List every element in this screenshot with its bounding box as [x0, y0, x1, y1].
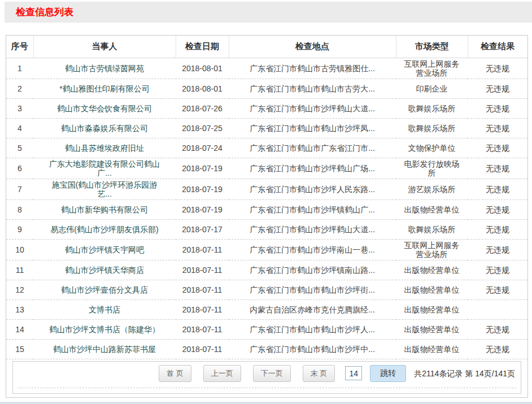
row-index: 8	[6, 199, 33, 219]
party-link[interactable]: 鹤山市沙坪壹佰分文具店	[61, 285, 148, 294]
market-type: 出版物经营单位	[396, 199, 468, 219]
prev-page-button[interactable]: 上一页	[203, 365, 241, 382]
table-row: 5 鹤山县苏维埃政府旧址 2018-07-24 广东省江门市鹤山市广东省江门市.…	[6, 138, 527, 158]
market-type: 歌舞娱乐场所	[396, 118, 468, 138]
party-link[interactable]: 广东大地影院建设有限公司鹤山广...	[49, 159, 160, 177]
inspection-location: 广东省江门市鹤山市广东省江门市...	[229, 138, 396, 158]
first-page-button[interactable]: 首 页	[159, 365, 191, 382]
inspection-location: 广东省江门市鹤山市沙坪鹤山广场...	[229, 158, 396, 179]
inspection-result: 无违规	[468, 58, 527, 79]
inspection-location: 广东省江门市鹤山市沙坪镇南山路...	[229, 260, 396, 280]
party-link[interactable]: 文博书店	[89, 305, 120, 314]
table-row: 4 鹤山市淼淼娱乐有限公司 2018-07-25 广东省江门市鹤山市鹤山市沙坪凤…	[6, 118, 527, 138]
inspection-table: 序号 当事人 检查日期 检查地点 市场类型 检查结果 1 鹤山市古劳镇绿茵网苑 …	[6, 36, 527, 397]
inspection-result: 无违规	[468, 280, 527, 299]
market-type: 出版物经营单位	[396, 319, 468, 339]
inspection-date: 2018-07-11	[176, 339, 229, 359]
party-link[interactable]: 易志伟(鹤山市沙坪朋友俱乐部)	[50, 225, 158, 234]
pagination-row: 首 页 上一页 下一页 末 页 跳转 共2114条记录 第 14页/141页	[6, 359, 527, 397]
inspection-result: 无违规	[468, 260, 527, 280]
column-header-party: 当事人	[33, 36, 176, 58]
inspection-result: 无违规	[468, 339, 527, 359]
records-summary: 共2114条记录 第 14页/141页	[414, 369, 515, 378]
inspection-date: 2018-07-11	[176, 280, 229, 299]
column-header-seq: 序号	[6, 36, 33, 58]
table-row: 6 广东大地影院建设有限公司鹤山广... 2018-07-19 广东省江门市鹤山…	[6, 158, 527, 179]
inspection-table-container: 序号 当事人 检查日期 检查地点 市场类型 检查结果 1 鹤山市古劳镇绿茵网苑 …	[6, 35, 528, 398]
party-link[interactable]: 鹤山市沙坪镇天华商店	[65, 266, 144, 275]
market-type: 出版物经营单位	[396, 280, 468, 299]
inspection-location: 广东省江门市鹤山市鹤山市沙坪街...	[229, 280, 396, 299]
inspection-date: 2018-07-17	[176, 219, 229, 239]
market-type: 出版物经营单位	[396, 339, 468, 359]
party-link[interactable]: 施宝国(鹤山市沙坪环游乐园游艺...	[52, 180, 158, 198]
table-row: 3 鹤山市文华会饮食有限公司 2018-07-26 广东省江门市鹤山市沙坪鹤山大…	[6, 98, 527, 118]
inspection-result: 无违规	[468, 98, 527, 118]
pagination-box: 首 页 上一页 下一页 末 页 跳转 共2114条记录 第 14页/141页	[12, 361, 521, 394]
party-link[interactable]: 鹤山市古劳镇绿茵网苑	[65, 64, 144, 73]
column-header-location: 检查地点	[229, 36, 396, 58]
row-index: 9	[6, 219, 33, 239]
inspection-result	[468, 299, 527, 319]
row-index: 7	[6, 179, 33, 199]
table-row: 15 鹤山市沙坪中山路新苏菲书屋 2018-07-11 广东省江门市鹤山市鹤山市…	[6, 339, 527, 359]
inspection-date: 2018-07-19	[176, 179, 229, 199]
table-row: 10 鹤山市沙坪镇天宇网吧 2018-07-11 广东省江门市鹤山市沙坪南山一巷…	[6, 239, 527, 260]
inspection-result: 无违规	[468, 179, 527, 199]
inspection-location: 广东省江门市鹤山市鹤山市沙坪人...	[229, 319, 396, 339]
row-index: 2	[6, 79, 33, 98]
jump-button[interactable]: 跳转	[370, 365, 406, 382]
party-link[interactable]: 鹤山市沙坪中山路新苏菲书屋	[53, 345, 156, 354]
next-page-button[interactable]: 下一页	[253, 365, 291, 382]
column-header-type: 市场类型	[396, 36, 468, 58]
inspection-result: 无违规	[468, 219, 527, 239]
inspection-location: 内蒙古自治区赤峰市克什克腾旗经...	[229, 299, 396, 319]
market-type: 印刷企业	[396, 79, 468, 98]
inspection-date: 2018-07-19	[176, 199, 229, 219]
party-link[interactable]: 鹤山县苏维埃政府旧址	[65, 144, 144, 153]
column-header-result: 检查结果	[468, 36, 527, 58]
table-row: 13 文博书店 2018-07-11 内蒙古自治区赤峰市克什克腾旗经... 出版…	[6, 299, 527, 319]
market-type: 互联网上网服务营业场所	[396, 239, 468, 260]
table-row: 2 *鹤山雅图仕印刷有限公司 2018-08-01 广东省江门市鹤山市鹤山市古劳…	[6, 79, 527, 98]
party-link[interactable]: 鹤山市新华购书有限公司	[61, 205, 148, 214]
inspection-date: 2018-08-01	[176, 58, 229, 79]
inspection-date: 2018-07-24	[176, 138, 229, 158]
table-row: 8 鹤山市新华购书有限公司 2018-07-19 广东省江门市鹤山市沙坪镇鹤山广…	[6, 199, 527, 219]
inspection-date: 2018-07-11	[176, 299, 229, 319]
inspection-date: 2018-07-11	[176, 239, 229, 260]
party-link[interactable]: 鹤山市文华会饮食有限公司	[57, 104, 152, 113]
inspection-location: 广东省江门市鹤山市沙坪鹤山大道...	[229, 98, 396, 118]
market-type: 出版物经营单位	[396, 260, 468, 280]
party-link[interactable]: *鹤山雅图仕印刷有限公司	[59, 84, 149, 93]
page-number-input[interactable]	[345, 366, 362, 380]
inspection-location: 广东省江门市鹤山市鹤山市沙坪中...	[229, 339, 396, 359]
market-type: 文物保护单位	[396, 138, 468, 158]
inspection-result: 无违规	[468, 79, 527, 98]
row-index: 5	[6, 138, 33, 158]
row-index: 4	[6, 118, 33, 138]
party-link[interactable]: 鹤山市沙坪文博书店（陈建华）	[49, 325, 160, 334]
inspection-location: 广东省江门市鹤山市鹤山市沙坪凤...	[229, 118, 396, 138]
inspection-location: 广东省江门市鹤山市鹤山市古劳大...	[229, 79, 396, 98]
inspection-date: 2018-08-01	[176, 79, 229, 98]
row-index: 11	[6, 260, 33, 280]
row-index: 12	[6, 280, 33, 299]
inspection-result: 无违规	[468, 118, 527, 138]
table-row: 12 鹤山市沙坪壹佰分文具店 2018-07-11 广东省江门市鹤山市鹤山市沙坪…	[6, 280, 527, 299]
inspection-result: 无违规	[468, 138, 527, 158]
title-bar: 检查信息列表	[5, 2, 532, 23]
market-type: 歌舞娱乐场所	[396, 98, 468, 118]
row-index: 3	[6, 98, 33, 118]
inspection-result: 无违规	[468, 158, 527, 179]
party-link[interactable]: 鹤山市沙坪镇天宇网吧	[65, 245, 144, 254]
footer-strip	[0, 402, 532, 404]
inspection-date: 2018-07-25	[176, 118, 229, 138]
inspection-result: 无违规	[468, 319, 527, 339]
party-link[interactable]: 鹤山市淼淼娱乐有限公司	[61, 124, 148, 133]
market-type: 互联网上网服务营业场所	[396, 58, 468, 79]
table-header-row: 序号 当事人 检查日期 检查地点 市场类型 检查结果	[6, 36, 527, 58]
row-index: 1	[6, 58, 33, 79]
last-page-button[interactable]: 末 页	[303, 365, 335, 382]
market-type: 歌舞娱乐场所	[396, 219, 468, 239]
